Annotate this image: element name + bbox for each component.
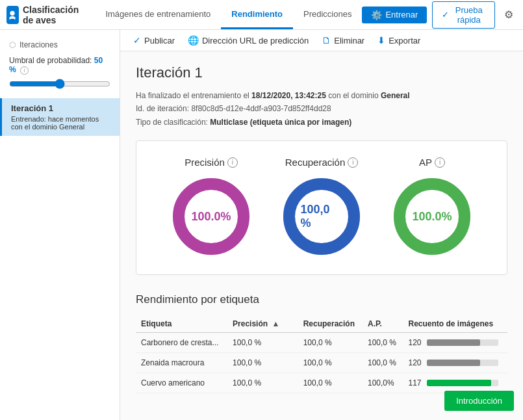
row-empty	[287, 333, 298, 353]
delete-action[interactable]: 🗋 Eliminar	[322, 35, 364, 46]
sort-arrow-icon: ▲	[272, 319, 279, 328]
performance-section: Rendimiento por etiqueta Etiqueta Precis…	[136, 293, 507, 393]
precision-donut: 100.0%	[169, 174, 253, 259]
main-content: ✓ Publicar 🌐 Dirección URL de predicción…	[120, 30, 523, 420]
col-precision[interactable]: Precisión ▲	[227, 315, 287, 333]
row-count: 120	[409, 358, 422, 367]
count-bar-fill	[427, 380, 491, 386]
top-navigation: Clasificación de aves Imágenes de entren…	[0, 0, 523, 30]
row-ap: 100,0 %	[363, 333, 403, 353]
row-count-bar: 120	[403, 333, 507, 353]
logo-icon	[6, 6, 19, 24]
settings-button[interactable]: ⚙	[500, 6, 517, 23]
main-layout: ⬡ Iteraciones Umbral de probabilidad: 50…	[0, 30, 523, 420]
row-ap: 100,0%	[363, 373, 403, 393]
iteration-list-item[interactable]: Iteración 1 Entrenado: hace momentos con…	[0, 98, 120, 136]
recall-value: 100,0 %	[301, 203, 343, 230]
ap-donut: 100.0%	[390, 174, 474, 259]
row-ap: 100,0 %	[363, 353, 403, 373]
url-icon: 🌐	[188, 35, 199, 46]
col-recall: Recuperación	[298, 315, 363, 333]
metric-precision-label: Precisión i	[185, 157, 238, 168]
ap-value: 100.0%	[412, 210, 452, 224]
nav-right-actions: ⚙️ Entrenar ✓ Prueba rápida ⚙ ? 👤	[362, 1, 523, 29]
sidebar: ⬡ Iteraciones Umbral de probabilidad: 50…	[0, 30, 120, 420]
col-ap: A.P.	[363, 315, 403, 333]
recall-info-icon[interactable]: i	[348, 157, 358, 168]
row-empty	[287, 373, 298, 393]
metric-ap: AP i 100.0%	[390, 157, 474, 259]
iterations-header: ⬡ Iteraciones	[0, 38, 120, 52]
row-count: 120	[409, 338, 422, 347]
metric-recall-label: Recuperación i	[285, 157, 359, 168]
table-row: Carbonero de cresta... 100,0 % 100,0 % 1…	[136, 333, 507, 353]
intro-button[interactable]: Introducción	[444, 391, 514, 411]
count-bar-bg	[427, 380, 498, 386]
row-count-bar: 120	[403, 353, 507, 373]
iteration-info: Ha finalizado el entrenamiento el 18/12/…	[136, 89, 507, 129]
row-precision: 100,0 %	[227, 333, 287, 353]
svg-point-0	[10, 10, 15, 15]
performance-table-title: Rendimiento por etiqueta	[136, 293, 507, 306]
row-label[interactable]: Carbonero de cresta...	[136, 333, 227, 353]
row-precision: 100,0 %	[227, 353, 287, 373]
row-count: 117	[409, 378, 422, 387]
tab-performance[interactable]: Rendimiento	[221, 0, 293, 29]
metrics-card: Precisión i 100.0% Recuperación	[136, 140, 507, 275]
row-empty	[287, 353, 298, 373]
export-action[interactable]: ⬇ Exportar	[377, 35, 420, 46]
row-label[interactable]: Cuervo americano	[136, 373, 227, 393]
metric-recall: Recuperación i 100,0 %	[279, 157, 364, 259]
publish-icon: ✓	[133, 35, 141, 46]
probability-label: Umbral de probabilidad: 50 % i	[0, 52, 120, 77]
count-bar-bg	[427, 339, 498, 346]
page-title: Iteración 1	[136, 64, 507, 81]
col-label: Etiqueta	[136, 315, 227, 333]
url-action[interactable]: 🌐 Dirección URL de predicción	[188, 35, 309, 46]
row-recall: 100,0 %	[298, 373, 363, 393]
content-toolbar: ✓ Publicar 🌐 Dirección URL de predicción…	[120, 30, 523, 51]
main-nav-tabs: Imágenes de entrenamiento Rendimiento Pr…	[95, 0, 362, 29]
row-recall: 100,0 %	[298, 333, 363, 353]
col-empty	[287, 315, 298, 333]
quick-test-button[interactable]: ✓ Prueba rápida	[432, 1, 495, 29]
publish-action[interactable]: ✓ Publicar	[133, 35, 175, 46]
page-content: Iteración 1 Ha finalizado el entrenamien…	[120, 51, 523, 420]
app-title: Clasificación de aves	[23, 5, 85, 25]
metric-precision: Precisión i 100.0%	[169, 157, 253, 259]
probability-slider[interactable]	[9, 79, 110, 89]
probability-info-icon: i	[20, 66, 29, 75]
export-icon: ⬇	[377, 35, 385, 46]
row-label[interactable]: Zenaida macroura	[136, 353, 227, 373]
train-button[interactable]: ⚙️ Entrenar	[362, 7, 427, 23]
slider-container	[0, 77, 120, 98]
count-bar-bg	[427, 360, 498, 366]
ap-info-icon[interactable]: i	[435, 157, 445, 168]
delete-icon: 🗋	[322, 35, 331, 46]
tab-training-images[interactable]: Imágenes de entrenamiento	[95, 0, 221, 29]
table-row: Zenaida macroura 100,0 % 100,0 % 100,0 %…	[136, 353, 507, 373]
performance-table: Etiqueta Precisión ▲ Recuperación A.P. R…	[136, 315, 507, 393]
recall-donut: 100,0 %	[279, 174, 364, 259]
row-precision: 100,0 %	[227, 373, 287, 393]
app-logo: Clasificación de aves	[6, 5, 84, 25]
precision-info-icon[interactable]: i	[227, 157, 238, 168]
precision-value: 100.0%	[191, 210, 231, 224]
row-recall: 100,0 %	[298, 353, 363, 373]
count-bar-fill	[427, 360, 481, 366]
col-count: Recuento de imágenes	[403, 315, 507, 333]
metric-ap-label: AP i	[419, 157, 445, 168]
count-bar-fill	[427, 339, 481, 346]
tab-predictions[interactable]: Predicciones	[293, 0, 362, 29]
